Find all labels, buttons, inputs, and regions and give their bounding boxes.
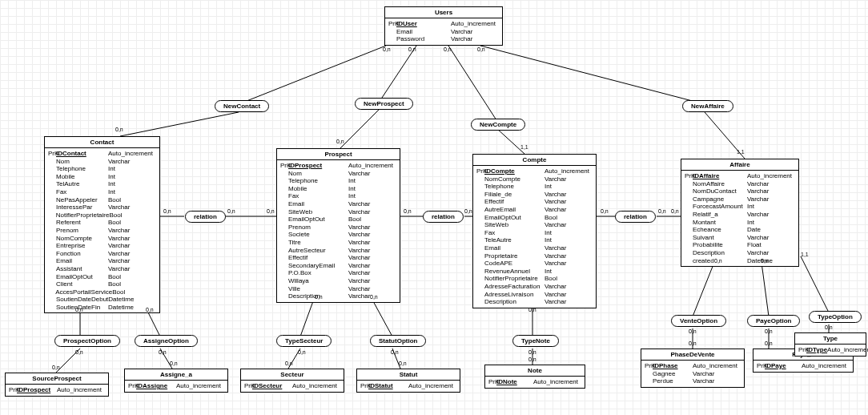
attr-key [280,208,288,216]
attr-key [685,234,693,242]
attribute-row: GagneeVarchar [645,370,741,378]
cardinality: 0,n [477,46,485,52]
attribute-row: TelAutreInt [48,180,156,188]
attr-key: PrK [476,167,484,175]
attr-name: AccesPortailService [55,288,112,296]
entity-phasedevente: PhaseDeVente PrKIDPhaseAuto_incrementGag… [641,349,745,388]
attr-type: Auto_increment [108,150,156,158]
relation-contact-prospect: relation [185,211,226,223]
attr-key [280,224,288,232]
attr-type: Varchar [545,244,593,252]
attr-key [476,206,484,214]
entity-title: Users [385,7,502,18]
attr-type: Int [545,268,593,276]
cardinality: 0,n [464,208,472,214]
attribute-row: EmailVarchar [280,200,396,208]
relation-typenote: TypeNote [512,335,559,347]
attribute-row: TeleAutreInt [476,236,593,244]
attr-type: Varchar [108,158,156,166]
attribute-row: WillayaVarchar [280,277,396,285]
attribute-row: TelephoneInt [476,183,593,191]
attr-type: Auto_increment [176,382,224,390]
attribute-row: SoutienDateFinDatetime [48,304,156,312]
cardinality: 0,n [408,46,416,52]
cardinality: 1,1 [737,149,745,155]
attribute-row: MobileInt [48,173,156,181]
attr-name: NePasAppeler [56,196,108,204]
attribute-row: Relatif_aVarchar [685,211,795,219]
attr-type: Varchar [108,242,156,250]
attr-name: Proprietaire [484,252,545,260]
entity-users: Users PrKIDUserAuto_incrementEmailVarcha… [384,6,503,46]
attr-name: Client [56,280,108,288]
attr-type: Datetime [747,257,795,265]
attr-key [388,35,396,43]
relation-prospectoption: ProspectOption [54,335,120,347]
attr-name: Probabilite [693,241,747,249]
attr-name: AutreEmail [484,206,545,214]
cardinality: 0,n [528,307,536,312]
attr-name: Fonction [56,250,108,258]
attr-type: Varchar [348,269,396,277]
entity-title: Assigne_a [125,369,227,381]
attribute-row: SiteWebVarchar [476,221,593,229]
cardinality: 0,n [671,208,679,214]
attr-key: PrK [360,382,368,390]
attr-name: Ville [288,285,348,293]
attr-type: Auto_increment [292,382,340,390]
attribute-row: NotifierProprietaireBool [476,275,593,283]
attr-type: Bool [545,214,593,222]
attribute-row: NePasAppelerBool [48,196,156,204]
attr-key [280,170,288,178]
cardinality: 0,n [170,361,178,366]
attr-key: PrK [128,382,136,390]
attr-name: NomCompte [484,175,545,183]
attr-key [685,195,693,203]
attr-type: Varchar [348,239,396,247]
relation-prospect-compte: relation [423,211,464,223]
attr-key [476,214,484,222]
attr-type: Auto_increment [693,362,741,370]
attr-type: Int [545,236,593,244]
attr-name: Echeance [693,226,747,234]
attr-name: Assistant [56,265,108,273]
attr-key [280,292,288,300]
attr-name: Gagnee [653,370,693,378]
attr-name: IDStatut [368,382,408,390]
cardinality: 0,n [298,349,306,355]
attr-name: NotifierProprietaire [484,275,545,283]
attr-key [685,226,693,234]
attr-name: Telephone [484,183,545,191]
attribute-row: EcheanceDate [685,226,795,234]
attr-key [280,185,288,193]
attr-key [48,196,56,204]
attr-key [476,236,484,244]
attr-key [476,298,484,306]
relation-payeoption: PayeOption [747,315,800,327]
attribute-row: ClientBool [48,280,156,288]
entity-title: Affaire [681,159,798,171]
attr-name: IDPaye [765,362,802,370]
attribute-row: PrKIDAffaireAuto_increment [685,172,795,180]
attr-key [280,247,288,255]
attribute-row: EffectifVarchar [280,254,396,262]
attr-type: Int [348,192,396,200]
cardinality: 0,n [714,258,722,264]
attr-type: Bool [112,288,156,296]
attr-type: Int [108,180,156,188]
attr-key: PrK [757,362,765,370]
attr-name: EmailOptOut [56,273,108,281]
entity-sourceprospect: SourceProspect PrKIDProspectAuto_increme… [5,373,109,397]
cardinality: 0,n [75,307,83,312]
entity-title: Contact [45,137,159,148]
entity-secteur: Secteur PrKIDSecteurAuto_increment [240,369,344,393]
relation-newprospect: NewProspect [355,98,413,110]
attribute-row: SuivantVarchar [685,234,795,242]
cardinality: 0,n [689,340,697,346]
attr-key [476,244,484,252]
attr-name: Email [56,257,108,265]
attr-name: Effectif [288,254,348,262]
attr-key [280,177,288,185]
attribute-row: NomDuContactVarchar [685,187,795,195]
attr-type: Varchar [545,198,593,206]
